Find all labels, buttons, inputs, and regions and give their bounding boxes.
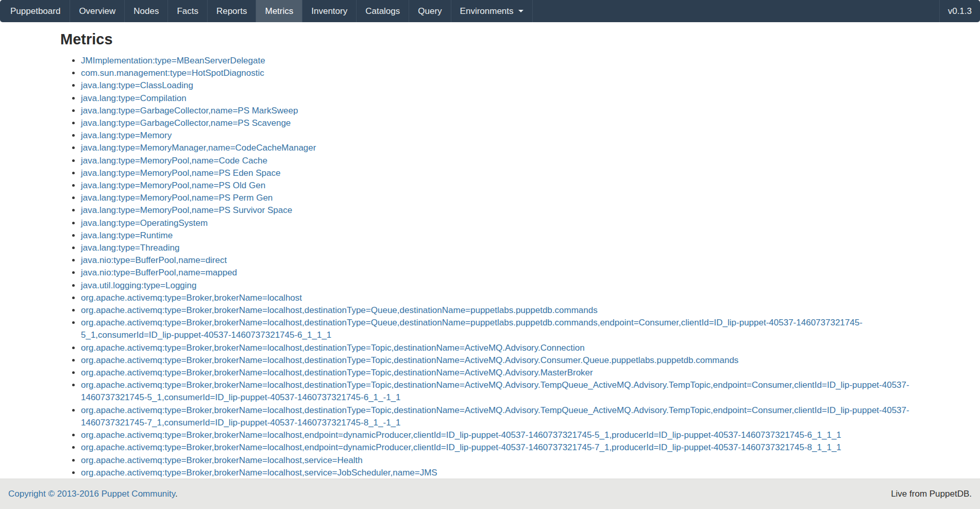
metric-list-item: java.lang:type=ClassLoading bbox=[81, 79, 920, 92]
metric-list-item: java.lang:type=MemoryPool,name=PS Eden S… bbox=[81, 167, 920, 179]
top-navbar: Puppetboard Overview Nodes Facts Reports… bbox=[0, 0, 980, 22]
metric-link[interactable]: org.apache.activemq:type=Broker,brokerNa… bbox=[81, 305, 598, 315]
brand-puppetboard[interactable]: Puppetboard bbox=[0, 0, 70, 22]
metric-link[interactable]: java.lang:type=Compilation bbox=[81, 93, 187, 103]
copyright-link[interactable]: Copyright © 2013-2016 Puppet Community bbox=[8, 489, 175, 499]
metric-link[interactable]: org.apache.activemq:type=Broker,brokerNa… bbox=[81, 380, 909, 402]
metric-list-item: java.lang:type=MemoryManager,name=CodeCa… bbox=[81, 142, 920, 154]
metric-link[interactable]: org.apache.activemq:type=Broker,brokerNa… bbox=[81, 355, 738, 365]
metric-list-item: java.lang:type=OperatingSystem bbox=[81, 217, 920, 229]
metric-list-item: java.util.logging:type=Logging bbox=[81, 280, 920, 292]
metric-link[interactable]: org.apache.activemq:type=Broker,brokerNa… bbox=[81, 293, 302, 303]
nav-tab-inventory[interactable]: Inventory bbox=[302, 0, 357, 22]
metric-link[interactable]: java.lang:type=Threading bbox=[81, 243, 179, 253]
metric-link[interactable]: java.util.logging:type=Logging bbox=[81, 281, 196, 290]
metric-link[interactable]: java.lang:type=MemoryManager,name=CodeCa… bbox=[81, 143, 316, 153]
metric-link[interactable]: com.sun.management:type=HotSpotDiagnosti… bbox=[81, 68, 264, 78]
metric-list-item: org.apache.activemq:type=Broker,brokerNa… bbox=[81, 379, 920, 404]
metric-list-item: org.apache.activemq:type=Broker,brokerNa… bbox=[81, 304, 920, 317]
metric-list-item: java.lang:type=Compilation bbox=[81, 92, 920, 105]
metric-link[interactable]: java.nio:type=BufferPool,name=direct bbox=[81, 255, 227, 265]
metric-link[interactable]: java.lang:type=GarbageCollector,name=PS … bbox=[81, 106, 298, 116]
metric-link[interactable]: java.nio:type=BufferPool,name=mapped bbox=[81, 268, 237, 277]
metric-link[interactable]: org.apache.activemq:type=Broker,brokerNa… bbox=[81, 318, 863, 340]
nav-tab-environments-label: Environments bbox=[460, 6, 514, 17]
chevron-down-icon bbox=[518, 10, 523, 12]
copyright-suffix: . bbox=[175, 489, 178, 499]
metric-list-item: java.lang:type=Memory bbox=[81, 129, 920, 142]
metric-list-item: org.apache.activemq:type=Broker,brokerNa… bbox=[81, 454, 920, 467]
metric-list-item: java.lang:type=MemoryPool,name=PS Surviv… bbox=[81, 204, 920, 217]
nav-tab-metrics[interactable]: Metrics bbox=[256, 0, 302, 22]
metric-link[interactable]: org.apache.activemq:type=Broker,brokerNa… bbox=[81, 405, 909, 428]
metric-link[interactable]: java.lang:type=MemoryPool,name=Code Cach… bbox=[81, 156, 267, 166]
metric-link[interactable]: java.lang:type=MemoryPool,name=PS Eden S… bbox=[81, 168, 280, 178]
metric-link[interactable]: java.lang:type=OperatingSystem bbox=[81, 218, 208, 228]
nav-tab-catalogs[interactable]: Catalogs bbox=[357, 0, 409, 22]
metric-list-item: com.sun.management:type=HotSpotDiagnosti… bbox=[81, 67, 920, 79]
metric-list-item: java.lang:type=GarbageCollector,name=PS … bbox=[81, 105, 920, 117]
nav-tab-overview[interactable]: Overview bbox=[70, 0, 125, 22]
metric-list-item: java.lang:type=GarbageCollector,name=PS … bbox=[81, 117, 920, 129]
metric-list-item: org.apache.activemq:type=Broker,brokerNa… bbox=[81, 467, 920, 479]
metric-link[interactable]: org.apache.activemq:type=Broker,brokerNa… bbox=[81, 430, 841, 440]
metric-list-item: org.apache.activemq:type=Broker,brokerNa… bbox=[81, 367, 920, 379]
metric-link[interactable]: org.apache.activemq:type=Broker,brokerNa… bbox=[81, 468, 437, 478]
metric-link[interactable]: java.lang:type=GarbageCollector,name=PS … bbox=[81, 118, 291, 128]
version-badge: v0.1.3 bbox=[939, 0, 980, 22]
metric-link[interactable]: org.apache.activemq:type=Broker,brokerNa… bbox=[81, 442, 841, 452]
metrics-list: JMImplementation:type=MBeanServerDelegat… bbox=[60, 55, 920, 479]
metric-link[interactable]: java.lang:type=Memory bbox=[81, 130, 172, 140]
metric-list-item: org.apache.activemq:type=Broker,brokerNa… bbox=[81, 342, 920, 354]
metric-list-item: java.lang:type=MemoryPool,name=PS Perm G… bbox=[81, 192, 920, 204]
nav-tab-query[interactable]: Query bbox=[409, 0, 451, 22]
page-title: Metrics bbox=[60, 30, 920, 48]
metric-link[interactable]: JMImplementation:type=MBeanServerDelegat… bbox=[81, 56, 265, 65]
metric-link[interactable]: org.apache.activemq:type=Broker,brokerNa… bbox=[81, 368, 593, 377]
footer-status: Live from PuppetDB. bbox=[891, 489, 972, 499]
metric-link[interactable]: java.lang:type=Runtime bbox=[81, 231, 173, 240]
metric-list-item: java.lang:type=Runtime bbox=[81, 229, 920, 242]
metric-list-item: org.apache.activemq:type=Broker,brokerNa… bbox=[81, 354, 920, 367]
metric-list-item: java.lang:type=MemoryPool,name=Code Cach… bbox=[81, 155, 920, 167]
metric-link[interactable]: java.lang:type=MemoryPool,name=PS Perm G… bbox=[81, 193, 273, 203]
metric-list-item: org.apache.activemq:type=Broker,brokerNa… bbox=[81, 429, 920, 441]
metric-list-item: org.apache.activemq:type=Broker,brokerNa… bbox=[81, 404, 920, 429]
metric-link[interactable]: java.lang:type=MemoryPool,name=PS Surviv… bbox=[81, 205, 292, 215]
metric-link[interactable]: org.apache.activemq:type=Broker,brokerNa… bbox=[81, 455, 363, 465]
metric-list-item: java.lang:type=MemoryPool,name=PS Old Ge… bbox=[81, 179, 920, 192]
metric-list-item: java.nio:type=BufferPool,name=direct bbox=[81, 254, 920, 267]
footer-copyright: Copyright © 2013-2016 Puppet Community. bbox=[8, 489, 178, 499]
metric-link[interactable]: java.lang:type=ClassLoading bbox=[81, 80, 193, 90]
metric-list-item: org.apache.activemq:type=Broker,brokerNa… bbox=[81, 441, 920, 454]
main-content: Metrics JMImplementation:type=MBeanServe… bbox=[0, 30, 980, 479]
metric-list-item: org.apache.activemq:type=Broker,brokerNa… bbox=[81, 317, 920, 341]
nav-tab-environments[interactable]: Environments bbox=[451, 0, 533, 22]
metric-link[interactable]: org.apache.activemq:type=Broker,brokerNa… bbox=[81, 343, 585, 353]
nav-tab-facts[interactable]: Facts bbox=[168, 0, 208, 22]
nav-tab-nodes[interactable]: Nodes bbox=[125, 0, 168, 22]
nav-tab-reports[interactable]: Reports bbox=[208, 0, 257, 22]
metric-list-item: java.lang:type=Threading bbox=[81, 242, 920, 254]
metric-list-item: JMImplementation:type=MBeanServerDelegat… bbox=[81, 55, 920, 67]
metric-link[interactable]: java.lang:type=MemoryPool,name=PS Old Ge… bbox=[81, 180, 265, 190]
navbar-spacer bbox=[533, 0, 939, 22]
footer: Copyright © 2013-2016 Puppet Community. … bbox=[0, 479, 980, 509]
metric-list-item: org.apache.activemq:type=Broker,brokerNa… bbox=[81, 292, 920, 304]
metric-list-item: java.nio:type=BufferPool,name=mapped bbox=[81, 267, 920, 279]
